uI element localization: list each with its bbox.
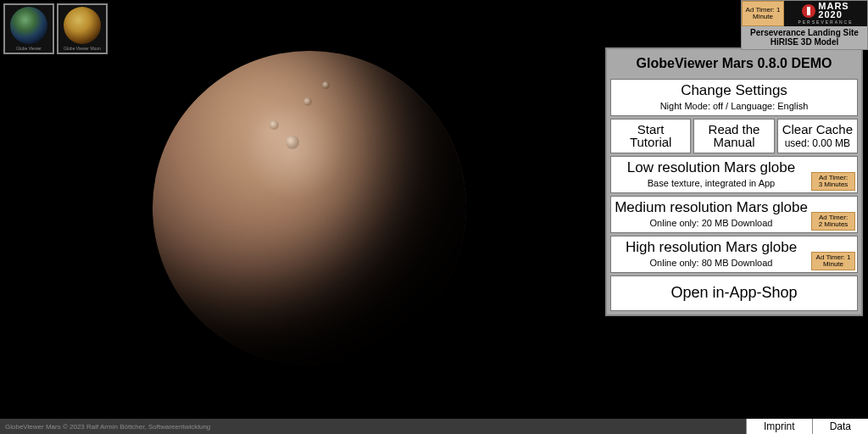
medium-res-ad-timer: Ad Timer:2 Minutes (811, 212, 855, 231)
change-settings-button[interactable]: Change Settings Night Mode: off / Langua… (610, 79, 858, 116)
mars2020-badge[interactable]: Ad Timer: 1 Minute MARS2020 PERSEVERANCE… (741, 0, 868, 50)
thumb-earth-caption: Globe Viewer (16, 47, 42, 51)
mars-logo-icon (802, 4, 815, 18)
mars-globe[interactable] (153, 51, 466, 364)
data-button[interactable]: Data (812, 419, 868, 434)
thumb-moon-caption: Globe Viewer Moon (64, 47, 101, 51)
read-manual-button[interactable]: Read the Manual (693, 119, 774, 154)
low-res-ad-timer: Ad Timer:3 Minutes (811, 172, 855, 191)
footer: GlobeViewer Mars © 2023 Ralf Armin Böttc… (0, 419, 868, 434)
mars2020-logo: MARS2020 PERSEVERANCE (784, 1, 867, 26)
panel-title: GlobeViewer Mars 0.8.0 DEMO (610, 53, 858, 76)
moon-icon (64, 7, 101, 44)
thumb-moon[interactable]: Globe Viewer Moon (57, 3, 108, 54)
imprint-button[interactable]: Imprint (746, 419, 812, 434)
clear-cache-button[interactable]: Clear Cache used: 0.00 MB (777, 119, 858, 154)
main-panel: GlobeViewer Mars 0.8.0 DEMO Change Setti… (605, 47, 863, 316)
badge-ad-timer: Ad Timer: 1 Minute (742, 1, 784, 26)
medium-res-button[interactable]: Medium resolution Mars globe Online only… (610, 196, 858, 233)
earth-icon (10, 7, 47, 44)
start-tutorial-button[interactable]: Start Tutorial (610, 119, 691, 154)
badge-subtitle: Perseverance Landing Site HiRISE 3D Mode… (742, 26, 867, 49)
high-res-ad-timer: Ad Timer: 1Minute (811, 252, 855, 270)
low-res-button[interactable]: Low resolution Mars globe Base texture, … (610, 156, 858, 193)
copyright-text: GlobeViewer Mars © 2023 Ralf Armin Böttc… (0, 423, 746, 431)
globe-thumbnails: Globe Viewer Globe Viewer Moon (3, 3, 108, 54)
high-res-button[interactable]: High resolution Mars globe Online only: … (610, 236, 858, 273)
thumb-earth[interactable]: Globe Viewer (3, 3, 54, 54)
open-shop-button[interactable]: Open in-App-Shop (610, 275, 858, 312)
